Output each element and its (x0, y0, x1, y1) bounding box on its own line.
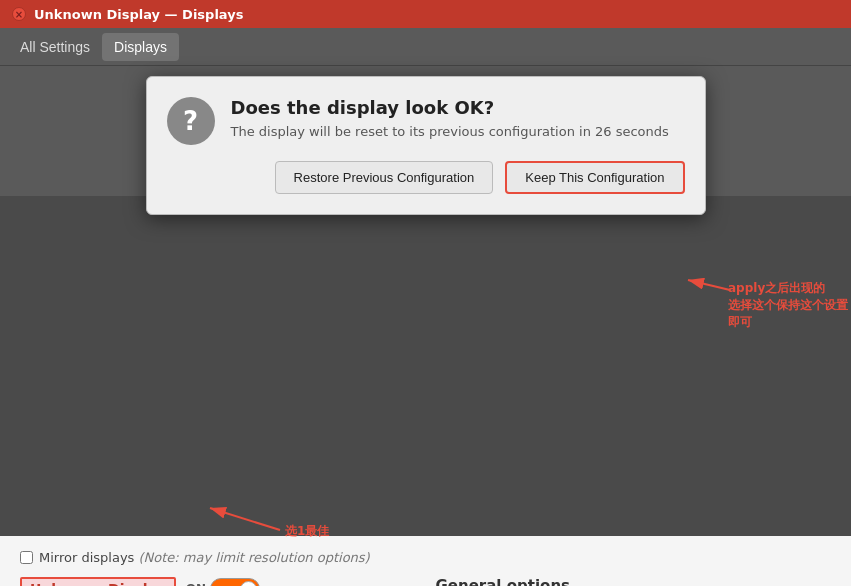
dialog-title: Does the display look OK? (231, 97, 669, 118)
toggle-on-label: ON (186, 582, 206, 586)
two-columns: Unknown Display ON Resolution 1440 x 900… (20, 577, 831, 586)
dialog-text: Does the display look OK? The display wi… (231, 97, 669, 139)
dialog-buttons: Restore Previous Configuration Keep This… (167, 161, 685, 194)
dialog-box: ? Does the display look OK? The display … (146, 76, 706, 215)
title-bar: × Unknown Display — Displays (0, 0, 851, 28)
keep-config-button[interactable]: Keep This Configuration (505, 161, 684, 194)
mirror-label: Mirror displays (39, 550, 134, 565)
mirror-checkbox[interactable] (20, 551, 33, 564)
nav-all-settings[interactable]: All Settings (8, 33, 102, 61)
dialog-overlay: ? Does the display look OK? The display … (0, 66, 851, 536)
toggle-knob (240, 581, 257, 586)
mirror-note: (Note: may limit resolution options) (139, 550, 370, 565)
dialog-header: ? Does the display look OK? The display … (167, 97, 685, 145)
nav-displays[interactable]: Displays (102, 33, 179, 61)
dialog-subtitle: The display will be reset to its previou… (231, 124, 669, 139)
toggle-track[interactable] (210, 578, 260, 586)
dialog-icon: ? (167, 97, 215, 145)
close-button[interactable]: × (12, 7, 26, 21)
main-content: ? Does the display look OK? The display … (0, 66, 851, 536)
settings-panel: Mirror displays (Note: may limit resolut… (0, 536, 851, 586)
mirror-row: Mirror displays (Note: may limit resolut… (20, 550, 831, 565)
restore-config-button[interactable]: Restore Previous Configuration (275, 161, 494, 194)
display-name-label: Unknown Display (20, 577, 176, 586)
display-name-row: Unknown Display ON (20, 577, 416, 586)
left-column: Unknown Display ON Resolution 1440 x 900… (20, 577, 416, 586)
general-options-title: General options (436, 577, 832, 586)
title-bar-text: Unknown Display (34, 7, 160, 22)
display-toggle[interactable]: ON (186, 578, 260, 586)
nav-bar: All Settings Displays (0, 28, 851, 66)
title-bar-subtitle: Displays (182, 7, 243, 22)
right-column: General options Launcher placement All d… (436, 577, 832, 586)
